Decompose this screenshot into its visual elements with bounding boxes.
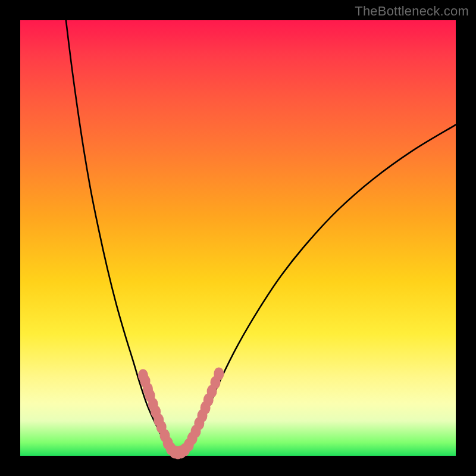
watermark-text: TheBottleneck.com (355, 4, 469, 19)
plot-area (20, 20, 456, 456)
marker-group (138, 367, 224, 459)
marker-dot (214, 367, 224, 380)
chart-svg (20, 20, 456, 456)
outer-frame: TheBottleneck.com (0, 0, 476, 476)
bottleneck-curve (66, 20, 456, 454)
